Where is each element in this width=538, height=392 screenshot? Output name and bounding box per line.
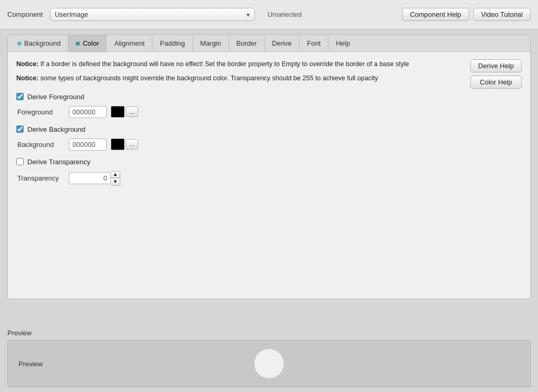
notice-2-text: some types of backgrounds might override… xyxy=(38,75,378,82)
derive-background-row: Derive Background xyxy=(16,125,522,133)
tab-background[interactable]: Background xyxy=(10,35,68,51)
background-tab-dot xyxy=(17,41,22,46)
derive-foreground-checkbox[interactable] xyxy=(16,93,24,100)
color-tab-content: Derive Help Color Help Notice: If a bord… xyxy=(8,52,530,299)
background-color-wrapper: ... xyxy=(111,139,138,150)
tab-padding[interactable]: Padding xyxy=(152,35,193,51)
component-help-button[interactable]: Component Help xyxy=(402,8,469,21)
preview-box: Preview xyxy=(7,340,531,387)
background-ellipsis-button[interactable]: ... xyxy=(126,139,138,150)
background-color-swatch[interactable] xyxy=(111,139,125,150)
tabs-bar: Background Color Alignment Padding Margi… xyxy=(8,35,530,52)
color-help-button[interactable]: Color Help xyxy=(470,76,522,89)
component-select-wrapper: UserImage ▼ xyxy=(50,8,255,21)
foreground-label: Foreground xyxy=(17,108,65,116)
derive-foreground-row: Derive Foreground xyxy=(16,93,522,101)
unselected-label: Unselected xyxy=(267,10,302,18)
form-section: Derive Foreground Foreground ... Derive … xyxy=(16,93,522,186)
tab-alignment-label: Alignment xyxy=(114,39,144,47)
foreground-ellipsis-button[interactable]: ... xyxy=(126,107,138,117)
derive-help-button[interactable]: Derive Help xyxy=(470,59,522,72)
tab-border[interactable]: Border xyxy=(229,35,265,51)
derive-transparency-row: Derive Transparency xyxy=(16,158,522,166)
notice-2-bold: Notice: xyxy=(16,75,38,82)
transparency-decrement-button[interactable]: ▼ xyxy=(111,178,120,185)
component-label: Component xyxy=(7,10,43,18)
preview-box-label: Preview xyxy=(18,360,43,368)
foreground-field-row: Foreground ... xyxy=(17,106,522,118)
notice-1-text: If a border is defined the background wi… xyxy=(38,60,409,68)
tab-margin[interactable]: Margin xyxy=(193,35,229,51)
foreground-color-swatch[interactable] xyxy=(111,106,125,118)
tab-padding-label: Padding xyxy=(160,39,185,47)
tab-border-label: Border xyxy=(236,39,257,47)
transparency-field-row: Transparency ▲ ▼ xyxy=(17,171,522,186)
preview-section-label: Preview xyxy=(7,329,531,337)
tab-font-label: Font xyxy=(307,39,320,47)
derive-transparency-label[interactable]: Derive Transparency xyxy=(27,158,90,166)
derive-background-checkbox[interactable] xyxy=(16,125,24,133)
derive-background-label[interactable]: Derive Background xyxy=(27,125,86,133)
top-bar: Component UserImage ▼ Unselected Compone… xyxy=(0,0,538,29)
preview-section: Preview Preview xyxy=(0,324,538,392)
foreground-color-wrapper: ... xyxy=(111,106,138,118)
transparency-increment-button[interactable]: ▲ xyxy=(111,172,120,178)
foreground-input[interactable] xyxy=(69,106,107,118)
component-select[interactable]: UserImage xyxy=(50,8,255,21)
tab-help-label: Help xyxy=(336,39,350,47)
background-field-row: Background ... xyxy=(17,139,522,151)
preview-circle xyxy=(254,349,284,378)
tab-background-label: Background xyxy=(24,39,60,47)
tab-alignment[interactable]: Alignment xyxy=(107,35,152,51)
transparency-spinner-buttons: ▲ ▼ xyxy=(111,171,120,186)
derive-foreground-label[interactable]: Derive Foreground xyxy=(27,93,84,101)
transparency-spinner: ▲ ▼ xyxy=(69,171,120,186)
tab-derive[interactable]: Derive xyxy=(265,35,300,51)
tab-color[interactable]: Color xyxy=(68,35,107,51)
tabs-panel: Background Color Alignment Padding Margi… xyxy=(7,35,531,299)
video-tutorial-button[interactable]: Video Tutorial xyxy=(473,8,531,21)
tab-derive-label: Derive xyxy=(272,39,292,47)
notice-1-bold: Notice: xyxy=(16,60,38,68)
transparency-label: Transparency xyxy=(17,174,65,182)
transparency-input[interactable] xyxy=(69,172,111,184)
top-buttons: Component Help Video Tutorial xyxy=(402,8,531,21)
help-buttons: Derive Help Color Help xyxy=(470,59,522,89)
color-tab-dot xyxy=(76,41,80,46)
background-label: Background xyxy=(17,141,65,149)
notice-1: Notice: If a border is defined the backg… xyxy=(16,59,522,69)
main-area: Background Color Alignment Padding Margi… xyxy=(0,29,538,324)
background-input[interactable] xyxy=(69,139,107,151)
tab-margin-label: Margin xyxy=(200,39,221,47)
tab-help[interactable]: Help xyxy=(328,35,357,51)
tab-font[interactable]: Font xyxy=(299,35,328,51)
tab-color-label: Color xyxy=(82,39,99,47)
derive-transparency-checkbox[interactable] xyxy=(16,158,24,165)
notice-2: Notice: some types of backgrounds might … xyxy=(16,73,522,83)
